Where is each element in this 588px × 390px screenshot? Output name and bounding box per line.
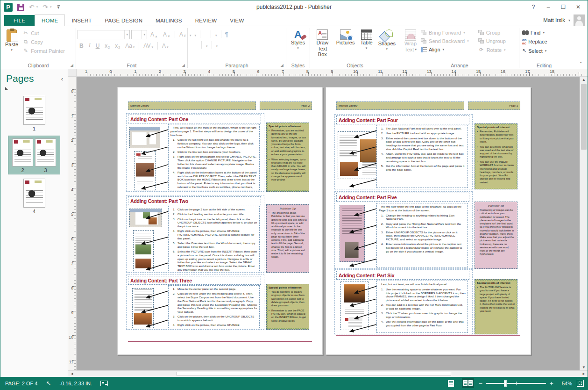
save-icon[interactable] bbox=[17, 4, 24, 11]
section-text-box[interactable]: The Zion National Park text will carry o… bbox=[376, 125, 468, 188]
superscript-button[interactable]: x2 bbox=[113, 42, 122, 50]
change-case-button[interactable]: Aa▾ bbox=[123, 42, 136, 50]
page-indicator[interactable]: PAGE: 2 OF 4 bbox=[5, 381, 38, 386]
help-button[interactable]: ? bbox=[527, 2, 540, 12]
zoom-out-button[interactable]: − bbox=[479, 381, 482, 386]
publication-page[interactable]: Marriott LibraryPage 3Adding Content: Pa… bbox=[326, 87, 531, 355]
font-size-combobox[interactable]: ▾ bbox=[131, 30, 147, 39]
page-header-text[interactable]: Marriott Library bbox=[128, 101, 256, 110]
scroll-down-icon[interactable]: ▼ bbox=[580, 365, 588, 369]
paragraph-dialog-launcher-icon[interactable]: ◢ bbox=[281, 63, 283, 67]
page-thumbnail[interactable]: 3 bbox=[35, 138, 56, 173]
line-spacing-button[interactable]: ▾ bbox=[205, 41, 208, 49]
horizontal-scrollbar[interactable]: ◄ ► bbox=[68, 370, 588, 377]
zoom-level[interactable]: 54% bbox=[558, 381, 572, 386]
account-widget[interactable]: Matt Irsik ▾ bbox=[543, 14, 585, 26]
tab-view[interactable]: VIEW bbox=[223, 15, 250, 26]
page-number-box[interactable]: Page 3 bbox=[468, 101, 520, 110]
horizontal-ruler[interactable]: 10123456789101112131415161718 bbox=[77, 69, 588, 76]
scroll-right-icon[interactable]: ► bbox=[580, 371, 588, 377]
inner-image[interactable] bbox=[133, 230, 154, 271]
section-title[interactable]: Adding Content: Part Two bbox=[128, 196, 261, 205]
underline-button[interactable]: U bbox=[94, 42, 102, 50]
pinkpanel-image[interactable] bbox=[340, 205, 365, 262]
align-button[interactable]: Align▾ bbox=[419, 46, 470, 53]
redo-caret-icon[interactable]: ▾ bbox=[50, 5, 52, 9]
section-text-box[interactable]: We will now finish the first page of the… bbox=[376, 203, 468, 267]
zoom-slider-thumb[interactable] bbox=[504, 380, 507, 387]
vertical-scroll-thumb[interactable] bbox=[581, 84, 587, 150]
section-title[interactable]: Adding Content: Part Four bbox=[336, 116, 469, 124]
subscript-button[interactable]: x2 bbox=[103, 42, 112, 50]
italic-button[interactable]: I bbox=[87, 42, 92, 50]
section-text-box[interactable]: Click on the page 2 icon at the left sid… bbox=[168, 206, 260, 271]
clear-formatting-button[interactable]: A✗ bbox=[177, 31, 188, 38]
section-sidebar[interactable]: Special points of interest:The AUTOFLOW … bbox=[475, 279, 517, 334]
styles-button[interactable]: A Styles▾ bbox=[288, 28, 308, 51]
section-sidebar[interactable]: Special points of interest:Remember, you… bbox=[266, 123, 309, 192]
cut-button[interactable]: ✂Cut bbox=[21, 29, 66, 36]
ungroup-button[interactable]: Ungroup bbox=[477, 38, 507, 44]
shading-button[interactable]: ▾ bbox=[216, 41, 218, 49]
section-text-box[interactable]: First, we'll focus on the front of the b… bbox=[168, 124, 260, 190]
find-button[interactable]: Find▾ bbox=[521, 29, 549, 36]
pictures-button[interactable]: Pictures bbox=[333, 28, 358, 46]
send-backward-button[interactable]: Send Backward▾ bbox=[419, 38, 470, 44]
fit-page-icon[interactable] bbox=[577, 380, 584, 387]
vertical-ruler[interactable]: 01234567891011 bbox=[68, 77, 77, 370]
bullets-button[interactable]: ▾ bbox=[189, 30, 191, 38]
document-canvas[interactable]: Marriott LibraryPage 2Adding Content: Pa… bbox=[77, 77, 580, 370]
bold-button[interactable]: B bbox=[78, 42, 85, 50]
rotate-button[interactable]: ⟳Rotate▾ bbox=[477, 46, 507, 53]
font-dialog-launcher-icon[interactable]: ◢ bbox=[182, 63, 185, 67]
clipboard-dialog-launcher-icon[interactable]: ◢ bbox=[71, 63, 73, 67]
maximize-button[interactable]: ☐ bbox=[557, 2, 570, 12]
section-title[interactable]: Adding Content: Part One bbox=[128, 115, 261, 123]
pubshot-image[interactable] bbox=[129, 127, 160, 148]
twopanel-image[interactable] bbox=[338, 131, 382, 179]
single-page-view-button[interactable] bbox=[445, 378, 457, 388]
page-number-box[interactable]: Page 2 bbox=[260, 101, 312, 110]
cover-image[interactable] bbox=[134, 151, 156, 190]
copy-button[interactable]: ⧉Copy bbox=[21, 38, 66, 45]
minimize-button[interactable]: – bbox=[542, 2, 555, 12]
section-sidebar[interactable]: Publisher TipThe great thing about Publi… bbox=[266, 204, 309, 273]
section-title[interactable]: Adding Content: Part Five bbox=[336, 193, 469, 202]
format-painter-button[interactable]: ✎Format Painter bbox=[21, 47, 66, 54]
tab-review[interactable]: REVIEW bbox=[189, 15, 224, 26]
font-name-combobox[interactable]: ▾ bbox=[78, 30, 130, 39]
wrap-text-button[interactable]: WrapText▾ bbox=[402, 28, 419, 53]
section-title[interactable]: Adding Content: Part Three bbox=[128, 276, 261, 285]
collapse-panel-icon[interactable]: ‹ bbox=[61, 75, 63, 82]
two-page-view-button[interactable] bbox=[462, 378, 474, 388]
columns-button[interactable]: ▾ bbox=[215, 30, 217, 38]
numbering-button[interactable]: ▾ bbox=[194, 30, 197, 38]
customize-qat-icon[interactable]: ▾ bbox=[57, 5, 60, 9]
section-text-box[interactable]: Move to the center panel on the second p… bbox=[168, 285, 260, 328]
close-button[interactable]: ✕ bbox=[572, 2, 585, 12]
section-sidebar[interactable]: Publisher TipPositioning of images can b… bbox=[475, 202, 517, 269]
page-thumbnail[interactable]: 1 bbox=[23, 96, 45, 131]
tab-file[interactable]: FILE bbox=[4, 15, 35, 26]
grow-font-button[interactable]: A▲ bbox=[149, 31, 160, 38]
tab-home[interactable]: HOME bbox=[35, 14, 65, 26]
tab-insert[interactable]: INSERT bbox=[65, 15, 98, 26]
replace-button[interactable]: abacReplace bbox=[521, 38, 549, 45]
undo-icon[interactable]: ↶ bbox=[29, 4, 35, 10]
draw-text-box-button[interactable]: DrawText Box bbox=[312, 28, 333, 58]
group-button[interactable]: Group bbox=[477, 29, 507, 36]
bring-forward-button[interactable]: Bring Forward▾ bbox=[419, 29, 470, 36]
page-thumbnail[interactable]: 2 bbox=[12, 138, 33, 173]
paste-button[interactable]: Paste▾ bbox=[2, 28, 21, 52]
tab-mailings[interactable]: MAILINGS bbox=[149, 15, 189, 26]
section-sidebar[interactable]: Special points of interest:Remember, Pub… bbox=[475, 123, 517, 189]
zoom-in-button[interactable]: + bbox=[550, 381, 553, 386]
collapse-ribbon-icon[interactable]: ⌃ bbox=[579, 61, 583, 66]
font-color-button[interactable]: A▾ bbox=[160, 42, 170, 50]
shapes-button[interactable]: Shapes▾ bbox=[375, 28, 398, 51]
shrink-font-button[interactable]: A▼ bbox=[161, 31, 172, 38]
object-size-icon[interactable] bbox=[100, 381, 108, 386]
page-thumbnail-spread[interactable]: 23 bbox=[8, 136, 60, 174]
show-paragraph-marks-button[interactable]: ¶ bbox=[225, 31, 228, 38]
redo-icon[interactable]: ↷ bbox=[43, 4, 48, 10]
